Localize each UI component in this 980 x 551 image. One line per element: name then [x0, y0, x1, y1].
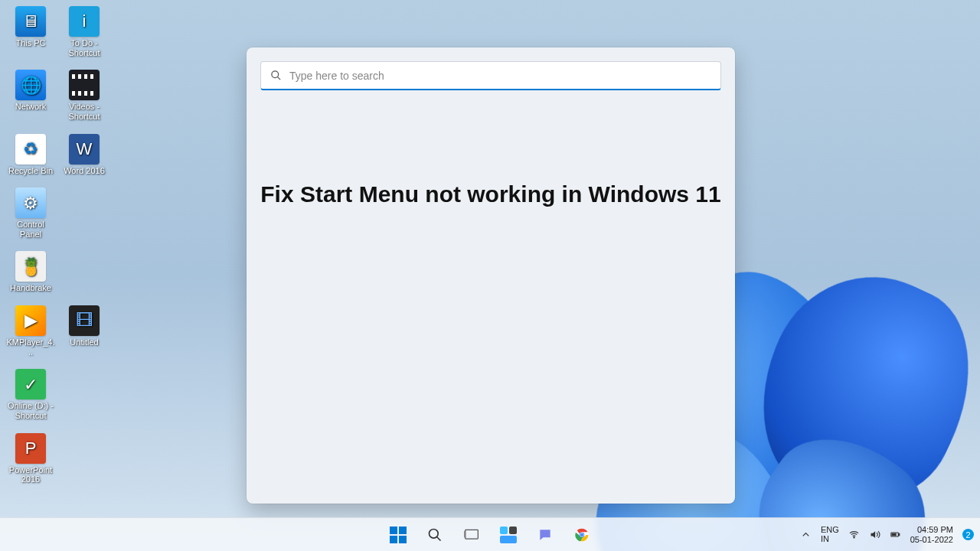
- search-input[interactable]: [289, 70, 711, 82]
- app-icon: 🌐: [15, 70, 46, 100]
- task-view-button[interactable]: [456, 521, 487, 549]
- desktop-icon[interactable]: 🎞Untitled: [60, 305, 109, 357]
- app-icon: ♻: [15, 134, 46, 165]
- app-icon: ⚙: [15, 187, 46, 218]
- icon-label: Control Panel: [6, 220, 55, 239]
- icon-label: PowerPoint 2016: [6, 465, 55, 484]
- desktop-icon[interactable]: WWord 2016: [60, 134, 109, 176]
- icon-label: Word 2016: [64, 166, 105, 176]
- desktop-icon[interactable]: ▶KMPlayer_4...: [6, 305, 55, 357]
- app-icon: [69, 70, 100, 100]
- widgets-button[interactable]: [493, 521, 524, 549]
- desktop-icon[interactable]: PPowerPoint 2016: [6, 433, 55, 484]
- chat-icon: [537, 527, 553, 543]
- app-icon: 🍍: [15, 251, 46, 282]
- svg-point-9: [580, 533, 583, 536]
- icon-label: To Do - Shortcut: [60, 38, 109, 57]
- language-top: ENG: [821, 526, 839, 535]
- svg-line-3: [437, 536, 441, 540]
- icon-label: Handbrake: [10, 283, 51, 293]
- icon-label: Network: [15, 102, 46, 112]
- desktop-icon[interactable]: 🖥This PC: [6, 6, 55, 57]
- start-menu-popup: Fix Start Menu not working in Windows 11: [247, 47, 735, 504]
- desktop-icon[interactable]: ♻Recycle Bin: [6, 134, 55, 176]
- svg-point-2: [430, 529, 439, 538]
- svg-rect-13: [892, 533, 896, 536]
- desktop-icon[interactable]: Videos - Shortcut: [60, 70, 109, 121]
- start-button[interactable]: [383, 521, 413, 549]
- svg-point-0: [272, 71, 279, 78]
- battery-icon[interactable]: [890, 529, 901, 540]
- wifi-icon[interactable]: [848, 529, 860, 540]
- svg-rect-5: [464, 531, 466, 537]
- desktop-icon[interactable]: ⚙Control Panel: [6, 187, 55, 239]
- icon-label: Online (D:) - Shortcut: [6, 401, 55, 420]
- taskbar-search-button[interactable]: [420, 521, 450, 549]
- taskbar-center: [383, 521, 597, 549]
- tray-chevron-up-icon[interactable]: [800, 529, 812, 540]
- desktop-icon[interactable]: ✓Online (D:) - Shortcut: [6, 369, 55, 420]
- search-icon: [427, 527, 443, 543]
- app-icon: ▶: [15, 305, 46, 336]
- clock-time: 04:59 PM: [910, 525, 953, 534]
- app-icon: W: [69, 134, 100, 165]
- windows-logo-icon: [390, 527, 407, 543]
- language-indicator[interactable]: ENG IN: [821, 526, 839, 543]
- volume-icon[interactable]: [869, 529, 880, 540]
- start-search-bar[interactable]: [260, 61, 721, 90]
- app-icon: ✓: [15, 369, 46, 399]
- chrome-icon: [574, 527, 590, 543]
- svg-rect-12: [898, 533, 899, 536]
- clock-date: 05-01-2022: [910, 535, 953, 544]
- desktop-icon-grid: 🖥This PCiTo Do - Shortcut🌐NetworkVideos …: [6, 6, 109, 484]
- icon-label: This PC: [15, 38, 45, 48]
- icon-label: Videos - Shortcut: [60, 102, 109, 121]
- svg-line-1: [277, 77, 280, 80]
- clock[interactable]: 04:59 PM 05-01-2022: [910, 525, 953, 543]
- taskbar: ENG IN 04:59 PM 05-01-2022 2: [0, 517, 980, 551]
- desktop-icon[interactable]: iTo Do - Shortcut: [60, 6, 109, 57]
- chat-button[interactable]: [530, 521, 560, 549]
- caption-text: Fix Start Menu not working in Windows 11: [260, 179, 721, 210]
- icon-label: KMPlayer_4...: [6, 337, 55, 357]
- svg-point-10: [854, 537, 854, 538]
- notification-badge[interactable]: 2: [962, 529, 974, 540]
- widgets-icon: [500, 527, 517, 543]
- system-tray: ENG IN 04:59 PM 05-01-2022 2: [800, 525, 980, 543]
- app-icon: 🎞: [69, 305, 100, 336]
- chrome-button[interactable]: [567, 521, 597, 549]
- app-icon: P: [15, 433, 46, 464]
- icon-label: Untitled: [70, 337, 98, 347]
- language-bottom: IN: [821, 535, 839, 544]
- svg-rect-4: [466, 530, 479, 539]
- app-icon: 🖥: [15, 6, 46, 37]
- search-icon: [270, 70, 282, 81]
- icon-label: Recycle Bin: [8, 166, 53, 176]
- desktop-icon[interactable]: 🍍Handbrake: [6, 251, 55, 293]
- task-view-icon: [464, 527, 479, 543]
- desktop-icon[interactable]: 🌐Network: [6, 70, 55, 121]
- app-icon: i: [69, 6, 100, 37]
